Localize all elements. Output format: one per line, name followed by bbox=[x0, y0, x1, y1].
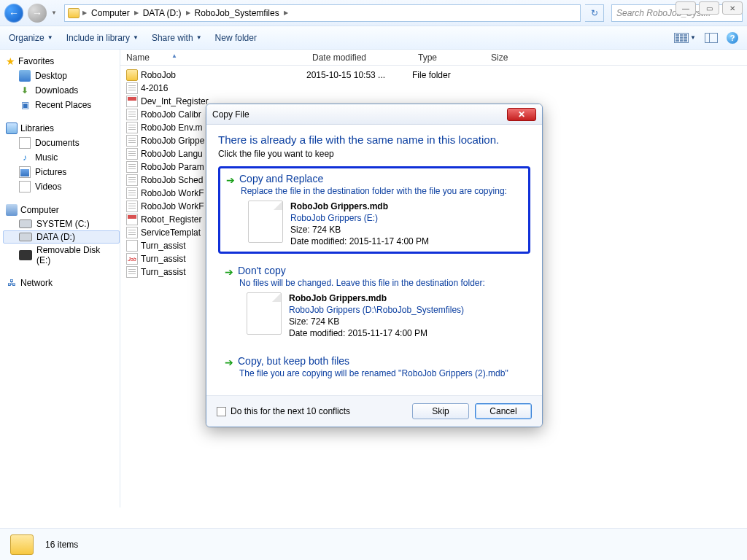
help-button[interactable]: ? bbox=[727, 32, 738, 44]
file-name: RoboJob Sched bbox=[141, 175, 203, 185]
sort-asc-icon: ▲ bbox=[171, 52, 177, 63]
txt-icon bbox=[126, 148, 138, 160]
dialog-instruction: Click the file you want to keep bbox=[218, 149, 530, 159]
documents-icon bbox=[19, 137, 31, 149]
txt-icon bbox=[126, 109, 138, 120]
file-name: RoboJob bbox=[141, 70, 176, 80]
txt-icon bbox=[126, 227, 138, 238]
chevron-right-icon[interactable]: ▶ bbox=[133, 9, 140, 16]
folder-icon bbox=[126, 69, 138, 81]
breadcrumb-folder[interactable]: RoboJob_Systemfiles bbox=[193, 8, 281, 18]
sidebar-item-downloads[interactable]: ⬇Downloads bbox=[3, 83, 120, 98]
sidebar-item-data-d[interactable]: DATA (D:) bbox=[3, 230, 120, 244]
option-sub: The file you are copying will be renamed… bbox=[239, 368, 524, 378]
file-name: Turn_assist bbox=[141, 267, 186, 277]
txt-icon bbox=[126, 161, 138, 173]
history-dropdown[interactable]: ▼ bbox=[51, 9, 60, 16]
toolbar: Organize▼ Include in library▼ Share with… bbox=[0, 26, 747, 50]
db-icon bbox=[126, 96, 138, 107]
chevron-right-icon[interactable]: ▶ bbox=[81, 9, 88, 16]
chevron-right-icon[interactable]: ▶ bbox=[282, 9, 290, 16]
share-with-menu[interactable]: Share with▼ bbox=[152, 33, 202, 43]
file-name: RoboJob Grippe bbox=[141, 136, 204, 146]
back-button[interactable]: ← bbox=[4, 4, 23, 23]
refresh-button[interactable]: ↻ bbox=[585, 4, 604, 22]
file-row[interactable]: RoboJob2015-10-15 10:53 ...File folder bbox=[120, 69, 747, 82]
cancel-button[interactable]: Cancel bbox=[475, 403, 532, 419]
organize-menu[interactable]: Organize▼ bbox=[9, 33, 53, 43]
file-name: RoboJob Calibr bbox=[141, 109, 201, 120]
option-copy-replace[interactable]: ➔Copy and Replace Replace the file in th… bbox=[218, 166, 530, 254]
removable-icon bbox=[19, 250, 32, 260]
maximize-button[interactable]: ▭ bbox=[699, 1, 719, 15]
window-close-button[interactable]: ✕ bbox=[722, 1, 743, 15]
chevron-right-icon[interactable]: ▶ bbox=[185, 9, 192, 16]
job-icon: Job bbox=[126, 253, 138, 265]
dialog-footer: Do this for the next 10 conflicts Skip C… bbox=[206, 395, 542, 427]
file-name: RoboJob Env.m bbox=[141, 122, 203, 133]
star-icon: ★ bbox=[6, 55, 15, 67]
file-icon bbox=[248, 201, 283, 243]
desktop-icon bbox=[19, 70, 31, 82]
new-folder-button[interactable]: New folder bbox=[215, 33, 257, 43]
download-icon: ⬇ bbox=[19, 85, 31, 96]
txt-icon bbox=[126, 174, 138, 186]
skip-button[interactable]: Skip bbox=[412, 403, 469, 419]
column-type[interactable]: Type bbox=[412, 52, 485, 63]
file-name: Turn_assist bbox=[141, 254, 186, 264]
arrow-right-icon: ➔ bbox=[225, 266, 233, 278]
nav-bar: ← → ▼ ▶ Computer ▶ DATA (D:) ▶ RoboJob_S… bbox=[0, 0, 747, 26]
sidebar-libraries-header[interactable]: Libraries bbox=[3, 121, 120, 136]
sidebar-item-system-c[interactable]: SYSTEM (C:) bbox=[3, 217, 120, 230]
file-name: RoboJob Param bbox=[141, 162, 204, 172]
breadcrumb-computer[interactable]: Computer bbox=[90, 8, 131, 18]
sidebar-network-header[interactable]: 🖧Network bbox=[3, 276, 120, 290]
pictures-icon bbox=[19, 166, 31, 178]
file-name: Robot_Register bbox=[141, 214, 201, 225]
sidebar-item-pictures[interactable]: Pictures bbox=[3, 165, 120, 179]
sidebar-item-recent[interactable]: ▣Recent Places bbox=[3, 98, 120, 112]
sidebar-item-removable-e[interactable]: Removable Disk (E:) bbox=[3, 244, 120, 267]
view-mode-button[interactable]: ▼ bbox=[674, 33, 696, 43]
music-icon: ♪ bbox=[19, 152, 31, 163]
option-keep-both[interactable]: ➔Copy, but keep both files The file you … bbox=[218, 350, 530, 384]
column-size[interactable]: Size bbox=[485, 52, 543, 63]
option-dont-copy[interactable]: ➔Don't copy No files will be changed. Le… bbox=[218, 260, 530, 344]
sidebar-favorites-header[interactable]: ★Favorites bbox=[3, 54, 120, 69]
option-sub: No files will be changed. Leave this fil… bbox=[239, 278, 524, 288]
preview-pane-button[interactable] bbox=[705, 33, 718, 43]
breadcrumb-data[interactable]: DATA (D:) bbox=[142, 8, 183, 18]
file-row[interactable]: 4-2016 bbox=[120, 82, 747, 95]
file-name: 4-2016 bbox=[141, 83, 168, 93]
file-icon bbox=[247, 292, 282, 335]
column-name[interactable]: Name▲ bbox=[120, 52, 306, 63]
dialog-close-button[interactable]: ✕ bbox=[507, 108, 536, 121]
sidebar-item-music[interactable]: ♪Music bbox=[3, 150, 120, 165]
network-icon: 🖧 bbox=[6, 277, 18, 289]
apply-all-checkbox[interactable] bbox=[217, 407, 226, 416]
file-date: 2015-10-15 10:53 ... bbox=[306, 70, 412, 80]
minimize-button[interactable]: — bbox=[676, 1, 696, 15]
folder-icon bbox=[68, 8, 80, 18]
videos-icon bbox=[19, 181, 31, 192]
computer-icon bbox=[6, 204, 18, 216]
copy-file-dialog: Copy File ✕ There is already a file with… bbox=[206, 104, 543, 427]
dialog-titlebar[interactable]: Copy File ✕ bbox=[206, 104, 542, 125]
status-bar: 16 items bbox=[0, 528, 747, 560]
forward-button[interactable]: → bbox=[28, 4, 47, 23]
sidebar-computer-header[interactable]: Computer bbox=[3, 203, 120, 217]
sidebar-item-desktop[interactable]: Desktop bbox=[3, 69, 120, 83]
arrow-right-icon: ➔ bbox=[225, 357, 233, 368]
column-headers: Name▲ Date modified Type Size bbox=[120, 50, 747, 66]
folder-icon bbox=[10, 534, 34, 555]
file-meta: RoboJob Grippers.mdb RoboJob Grippers (D… bbox=[289, 292, 464, 339]
column-date[interactable]: Date modified bbox=[306, 52, 412, 63]
include-library-menu[interactable]: Include in library▼ bbox=[66, 33, 139, 43]
txt-icon bbox=[126, 82, 138, 94]
txt-icon bbox=[126, 187, 138, 199]
txt-icon bbox=[126, 122, 138, 133]
sidebar-item-videos[interactable]: Videos bbox=[3, 179, 120, 194]
sidebar-item-documents[interactable]: Documents bbox=[3, 136, 120, 150]
dialog-title: Copy File bbox=[212, 109, 249, 120]
address-bar[interactable]: ▶ Computer ▶ DATA (D:) ▶ RoboJob_Systemf… bbox=[64, 4, 581, 22]
